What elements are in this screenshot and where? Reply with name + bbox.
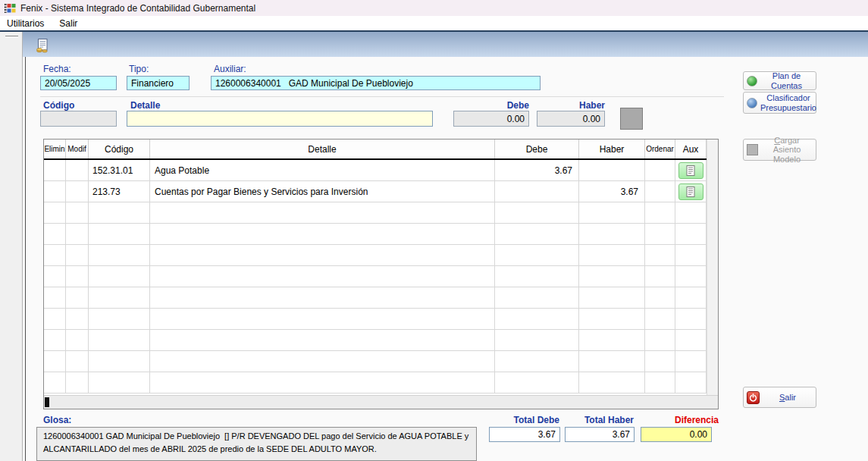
diferencia-label: Diferencia — [643, 415, 719, 425]
haber-entry-input[interactable]: 0.00 — [537, 111, 605, 127]
cell-elimin — [44, 160, 66, 180]
cell-haber: 3.67 — [579, 181, 645, 202]
cell-debe — [495, 181, 579, 202]
cargar-asiento-modelo-button: Cargar Asiento Modelo — [743, 139, 816, 161]
cell-haber — [579, 160, 645, 180]
total-debe-value: 3.67 — [489, 427, 560, 442]
table-row[interactable]: 152.31.01 Agua Potable 3.67 — [44, 160, 718, 181]
detalle-entry-label: Detalle — [130, 100, 160, 111]
cell-ordenar — [645, 181, 675, 202]
cell-detalle: Cuentas por Pagar Bienes y Servicios par… — [150, 181, 495, 202]
cell-elimin — [44, 181, 66, 202]
form-separator — [40, 96, 724, 97]
tipo-input[interactable]: Financiero — [127, 76, 190, 90]
tipo-label: Tipo: — [129, 64, 149, 74]
column-header-detalle: Detalle — [150, 140, 495, 158]
aux-detail-button[interactable] — [678, 162, 703, 179]
table-header: Elimin Modif Código Detalle Debe Haber O… — [44, 140, 718, 160]
glosa-textarea[interactable]: 1260006340001 GAD Municipal De Pueblovie… — [36, 427, 477, 461]
fecha-label: Fecha: — [43, 64, 71, 74]
table-vertical-scrollbar[interactable] — [707, 140, 718, 395]
green-sphere-icon — [747, 76, 757, 86]
cargar-asiento-modelo-label: Cargar Asiento Modelo — [761, 136, 813, 165]
auxiliar-input[interactable]: 1260006340001 GAD Municipal De Pueblovie… — [211, 76, 541, 90]
column-header-codigo: Código — [89, 140, 150, 158]
table-row-empty — [44, 330, 718, 351]
new-entry-button[interactable] — [33, 36, 52, 55]
table-row-empty — [44, 351, 718, 372]
codigo-entry-input[interactable] — [40, 111, 117, 127]
column-header-debe: Debe — [495, 140, 579, 158]
column-header-ordenar: Ordenar — [645, 140, 675, 158]
plan-de-cuentas-button[interactable]: Plan de Cuentas — [743, 71, 816, 90]
menu-utilitarios[interactable]: Utilitarios — [7, 18, 44, 29]
cell-aux — [675, 181, 707, 202]
column-header-modif: Modif — [66, 140, 89, 158]
clasificador-presupuestario-label: Clasificador Presupuestario — [760, 93, 816, 112]
entries-table: Elimin Modif Código Detalle Debe Haber O… — [43, 139, 719, 409]
title-bar: Fenix - Sistema Integrado de Contabilida… — [0, 0, 868, 16]
cell-modif — [66, 160, 89, 180]
table-row-empty — [44, 245, 718, 266]
column-header-aux: Aux — [675, 140, 707, 158]
toolbar — [23, 32, 868, 57]
cell-modif — [66, 181, 89, 202]
codigo-entry-label: Código — [43, 100, 74, 111]
table-row-empty — [44, 287, 718, 309]
total-debe-label: Total Debe — [485, 415, 559, 425]
power-icon — [747, 391, 760, 404]
cell-detalle: Agua Potable — [150, 160, 495, 180]
gray-square-icon — [747, 144, 758, 155]
table-row-empty — [44, 309, 718, 330]
aux-detail-button[interactable] — [678, 183, 703, 200]
menu-salir[interactable]: Salir — [59, 18, 77, 29]
add-entry-button[interactable] — [620, 108, 643, 130]
cell-codigo: 152.31.01 — [89, 160, 150, 180]
table-horizontal-scrollbar[interactable] — [44, 395, 718, 409]
total-haber-label: Total Haber — [561, 415, 634, 425]
cell-ordenar — [645, 160, 675, 180]
blue-sphere-icon — [747, 98, 757, 108]
plan-de-cuentas-label: Plan de Cuentas — [760, 71, 813, 90]
content-left-border — [25, 57, 26, 461]
menu-bar: Utilitarios Salir — [0, 16, 868, 30]
haber-entry-label: Haber — [552, 100, 605, 111]
hscroll-thumb[interactable] — [45, 397, 49, 407]
windows-logo-icon — [4, 3, 16, 14]
glosa-label: Glosa: — [43, 415, 71, 425]
detalle-entry-input[interactable] — [127, 111, 433, 127]
auxiliar-label: Auxiliar: — [214, 64, 246, 74]
left-side-panel — [0, 32, 23, 461]
panel-splitter-handle[interactable] — [5, 36, 18, 38]
fecha-input[interactable]: 20/05/2025 — [40, 76, 117, 90]
app-window: Fenix - Sistema Integrado de Contabilida… — [0, 0, 868, 461]
window-title: Fenix - Sistema Integrado de Contabilida… — [20, 3, 255, 14]
cell-debe: 3.67 — [495, 160, 579, 180]
column-header-elimin: Elimin — [44, 140, 66, 158]
cell-codigo: 213.73 — [89, 181, 150, 202]
table-row-empty — [44, 202, 718, 224]
clasificador-presupuestario-button[interactable]: Clasificador Presupuestario — [743, 92, 816, 114]
debe-entry-input[interactable]: 0.00 — [453, 111, 529, 127]
table-row-empty — [44, 266, 718, 287]
salir-label: Salir — [763, 393, 813, 403]
note-icon — [686, 165, 695, 176]
table-row-empty — [44, 372, 718, 394]
cell-aux — [675, 160, 707, 180]
document-coins-icon — [35, 38, 50, 53]
table-row-empty — [44, 224, 718, 245]
table-row[interactable]: 213.73 Cuentas por Pagar Bienes y Servic… — [44, 181, 718, 202]
table-empty-rows — [44, 202, 718, 394]
diferencia-value: 0.00 — [641, 427, 712, 442]
salir-button[interactable]: Salir — [743, 387, 816, 408]
note-icon — [686, 187, 695, 197]
debe-entry-label: Debe — [476, 100, 529, 111]
total-haber-value: 3.67 — [565, 427, 635, 442]
column-header-haber: Haber — [579, 140, 645, 158]
